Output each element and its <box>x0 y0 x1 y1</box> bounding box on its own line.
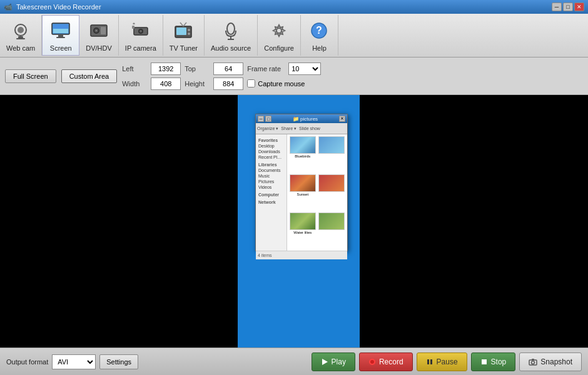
pw-sidebar-computer: Computer <box>257 192 285 198</box>
pw-statusbar: 4 items <box>256 251 347 259</box>
play-button[interactable]: Play <box>312 352 355 371</box>
pw-content: Bluebirds Sunset <box>287 134 347 251</box>
capture-mouse-text: Capture mouse <box>258 80 305 88</box>
framerate-select[interactable]: 10 5 15 20 25 30 <box>288 62 321 75</box>
pw-toolbar: Organize ▾ Share ▾ Slide show <box>256 123 347 134</box>
left-label: Left <box>122 65 147 72</box>
toolbar-item-webcam[interactable]: Web cam <box>0 15 42 56</box>
pw-sidebar-documents: Documents <box>257 168 285 173</box>
pw-close-btn: ✕ <box>339 116 345 122</box>
size-row: Width Height Capture mouse <box>122 78 321 90</box>
pw-sidebar-desktop: Desktop <box>257 143 285 149</box>
pw-body: Favorites Desktop Downloads Recent Place… <box>256 134 347 251</box>
dvhdv-icon <box>88 19 110 42</box>
tvtuner-label: TV Tuner <box>170 44 198 52</box>
svg-marker-28 <box>322 359 328 365</box>
pw-thumb-4 <box>318 174 346 211</box>
title-bar-controls: ─ □ ✕ <box>552 2 584 11</box>
minimize-button[interactable]: ─ <box>552 2 562 11</box>
bottom-bar: Output format AVI MP4 WMV MOV FLV Settin… <box>0 348 588 375</box>
configure-label: Configure <box>264 44 294 52</box>
stop-icon <box>480 358 488 366</box>
position-top-row: Left Top Frame rate 10 5 15 20 25 30 <box>122 62 321 75</box>
pw-thumb-label-bluebirds: Bluebirds <box>295 154 310 158</box>
stop-label: Stop <box>491 358 507 366</box>
svg-rect-17 <box>132 26 134 29</box>
close-button[interactable]: ✕ <box>574 2 584 11</box>
ipcamera-label: IP camera <box>125 44 156 52</box>
pw-thumb-6 <box>318 212 346 249</box>
top-label: Top <box>185 65 210 72</box>
toolbar-item-screen[interactable]: Screen <box>42 15 79 56</box>
pw-thumb-img-sunset <box>290 174 316 192</box>
capture-mouse-label: Capture mouse <box>247 79 305 88</box>
height-input[interactable] <box>213 78 243 90</box>
svg-point-21 <box>188 32 190 35</box>
toolbar-item-help[interactable]: ? Help <box>301 15 338 56</box>
svg-rect-3 <box>16 38 25 39</box>
record-icon <box>368 358 376 366</box>
width-label: Width <box>122 80 147 88</box>
format-select[interactable]: AVI MP4 WMV MOV FLV <box>52 354 96 369</box>
width-input[interactable] <box>151 78 181 90</box>
pw-sidebar-libraries: Libraries <box>257 162 285 168</box>
capture-mouse-checkbox[interactable] <box>247 79 255 88</box>
pw-thumb-bluebirds: Bluebirds <box>289 136 317 172</box>
toolbar-item-dvhdv[interactable]: DV/HDV <box>79 15 119 56</box>
svg-rect-32 <box>430 359 432 364</box>
ipcamera-icon <box>129 19 152 42</box>
title-bar: 📹 Takescreen Video Recorder ─ □ ✕ <box>0 0 588 14</box>
help-label: Help <box>312 44 327 52</box>
svg-rect-6 <box>53 24 68 29</box>
pw-maximize-btn: □ <box>265 116 271 122</box>
help-icon: ? <box>308 19 330 42</box>
svg-rect-36 <box>532 359 534 360</box>
pw-sidebar-music: Music <box>257 173 285 179</box>
pw-thumb-img-4 <box>318 174 345 192</box>
top-input[interactable] <box>213 62 243 75</box>
toolbar-item-ipcamera[interactable]: IP camera <box>119 15 163 56</box>
snapshot-button[interactable]: Snapshot <box>519 352 582 371</box>
left-input[interactable] <box>151 62 181 75</box>
pw-statusbar-text: 4 items <box>258 253 272 258</box>
height-label: Height <box>185 80 210 88</box>
preview-window: ─ □ 📁 pictures ✕ Organize ▾ Share ▾ Slid… <box>255 114 348 251</box>
toolbar-item-audiosource[interactable]: Audio source <box>205 15 258 56</box>
record-button[interactable]: Record <box>359 352 413 371</box>
full-screen-button[interactable]: Full Screen <box>5 69 56 83</box>
pw-thumb-label-waterlilies: Water lilies <box>293 231 312 234</box>
stop-button[interactable]: Stop <box>471 352 516 371</box>
pw-sidebar-downloads: Downloads <box>257 149 285 154</box>
svg-point-22 <box>227 23 235 34</box>
pause-icon <box>426 358 433 366</box>
pw-title: 📁 pictures <box>273 116 338 122</box>
pw-thumb-sunset: Sunset <box>289 174 317 211</box>
pause-button[interactable]: Pause <box>417 352 467 371</box>
svg-rect-2 <box>18 36 23 38</box>
svg-rect-8 <box>56 37 65 38</box>
custom-area-button[interactable]: Custom Area <box>61 69 118 83</box>
output-format-section: Output format AVI MP4 WMV MOV FLV Settin… <box>6 354 138 369</box>
toolbar-item-tvtuner[interactable]: TV Tuner <box>163 15 205 56</box>
app-title: Takescreen Video Recorder <box>16 3 101 11</box>
preview-area: ─ □ 📁 pictures ✕ Organize ▾ Share ▾ Slid… <box>0 95 588 348</box>
toolbar: Web cam Screen DV/HDV <box>0 14 588 58</box>
pw-thumb-img-bluebirds <box>290 136 316 154</box>
maximize-button[interactable]: □ <box>563 2 573 11</box>
snapshot-icon <box>529 358 537 366</box>
title-bar-left: 📹 Takescreen Video Recorder <box>4 3 101 11</box>
pw-sidebar-pictures: Pictures <box>257 179 285 184</box>
playback-controls: Play Record Pause Stop <box>312 352 582 371</box>
audiosource-icon <box>220 19 242 42</box>
pw-thumb-img-waterlilies <box>290 212 316 230</box>
settings-button[interactable]: Settings <box>99 354 138 369</box>
webcam-icon <box>9 19 32 42</box>
play-label: Play <box>332 358 346 366</box>
pw-titlebar: ─ □ 📁 pictures ✕ <box>256 114 347 123</box>
output-format-label: Output format <box>6 358 48 366</box>
play-icon <box>321 358 328 366</box>
svg-point-35 <box>532 361 535 364</box>
svg-rect-7 <box>58 35 63 37</box>
record-label: Record <box>379 358 403 366</box>
toolbar-item-configure[interactable]: Configure <box>258 15 301 56</box>
